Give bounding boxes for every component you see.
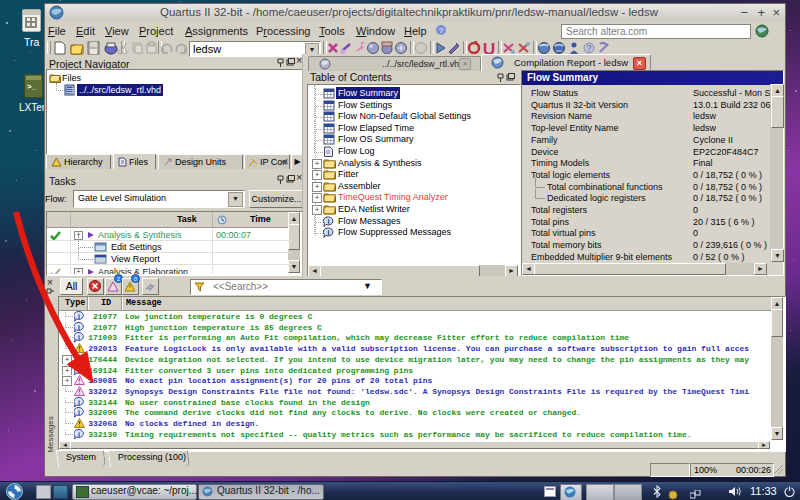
svg-text:i: i: [327, 228, 329, 237]
svg-text:i: i: [78, 430, 80, 437]
svg-text:i: i: [327, 217, 329, 226]
svg-text:i: i: [78, 409, 80, 416]
svg-text:?: ?: [439, 26, 444, 35]
svg-text:?: ?: [586, 43, 591, 53]
